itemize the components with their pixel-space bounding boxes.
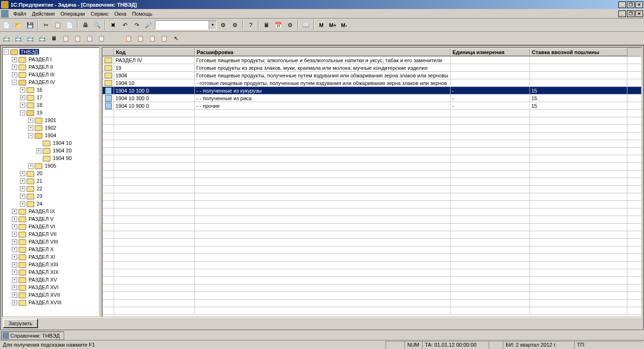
- new-icon[interactable]: 📄: [1, 20, 12, 30]
- preview-icon[interactable]: 🔍: [92, 20, 103, 30]
- menu-operations[interactable]: Операции: [58, 10, 87, 18]
- tree-item-label[interactable]: РАЗДЕЛ X: [28, 246, 55, 252]
- redo-icon[interactable]: ↷: [131, 20, 142, 30]
- pointer-icon[interactable]: ↖: [171, 33, 182, 44]
- tree-item-label[interactable]: РАЗДЕЛ XIX: [28, 269, 59, 275]
- expand-icon[interactable]: +: [12, 270, 17, 275]
- col-desc-header[interactable]: Расшифровка: [195, 48, 451, 56]
- tree-item[interactable]: +РАЗДЕЛ XIII: [3, 261, 99, 268]
- tb2-icon-8[interactable]: 📋: [84, 33, 95, 44]
- expand-icon[interactable]: +: [20, 171, 25, 176]
- table-row[interactable]: [103, 246, 641, 254]
- memory-mplus-button[interactable]: M+: [327, 20, 338, 30]
- table-row[interactable]: 1904 10- готовые пищевые продукты, получ…: [103, 79, 641, 87]
- table-row[interactable]: [103, 163, 641, 170]
- tool-c-icon[interactable]: ⚙: [285, 20, 296, 30]
- table-row[interactable]: [103, 170, 641, 178]
- table-row[interactable]: [103, 125, 641, 132]
- tree-item[interactable]: +20: [3, 170, 99, 177]
- tree-item-label[interactable]: РАЗДЕЛ VIII: [28, 239, 59, 245]
- undo-icon[interactable]: ↶: [119, 20, 130, 30]
- tree-item[interactable]: +РАЗДЕЛ VIII: [3, 238, 99, 245]
- memory-m-button[interactable]: M: [316, 20, 327, 30]
- tree-item[interactable]: +РАЗДЕЛ VI: [3, 223, 99, 230]
- expand-icon[interactable]: +: [12, 300, 17, 305]
- table-row[interactable]: [103, 193, 641, 201]
- tree-item[interactable]: +РАЗДЕЛ VII: [3, 230, 99, 238]
- tree-item-label[interactable]: 18: [36, 102, 43, 108]
- table-row[interactable]: [103, 178, 641, 186]
- expand-icon[interactable]: +: [12, 292, 17, 298]
- tree-item-label[interactable]: РАЗДЕЛ VI: [28, 224, 56, 229]
- open-icon[interactable]: 📂: [13, 20, 24, 30]
- tree-item[interactable]: +РАЗДЕЛ I: [3, 56, 99, 63]
- tb2-icon-11[interactable]: 📋: [135, 33, 146, 44]
- expand-icon[interactable]: +: [12, 239, 17, 245]
- table-row[interactable]: [103, 155, 641, 163]
- expand-icon[interactable]: +: [20, 186, 25, 191]
- expand-icon[interactable]: +: [12, 285, 17, 290]
- cut-icon[interactable]: ✂: [40, 20, 51, 30]
- tb2-icon-1[interactable]: 📇: [1, 33, 12, 44]
- tree-item[interactable]: +17: [3, 94, 99, 101]
- menu-help[interactable]: Помощь: [129, 10, 155, 18]
- minimize-button[interactable]: _: [618, 1, 626, 8]
- tree-item-label[interactable]: РАЗДЕЛ XIII: [28, 262, 59, 267]
- tree-item-label[interactable]: 1902: [44, 125, 57, 131]
- table-row[interactable]: 19Готовые продукты из зерна злаков, муки…: [103, 64, 641, 72]
- table-row[interactable]: [103, 186, 641, 193]
- table-row[interactable]: [103, 269, 641, 277]
- print-icon[interactable]: 🖶: [80, 20, 91, 30]
- mdi-minimize-button[interactable]: _: [618, 10, 626, 17]
- tb2-icon-10[interactable]: 📋: [123, 33, 134, 44]
- expand-icon[interactable]: +: [20, 201, 25, 207]
- find-icon[interactable]: 🔎: [143, 20, 154, 30]
- expand-icon[interactable]: +: [12, 209, 17, 214]
- tree-item-label[interactable]: РАЗДЕЛ VII: [28, 231, 58, 237]
- tree-root[interactable]: − ТНВЭД: [3, 48, 99, 56]
- tree-item[interactable]: +23: [3, 192, 99, 200]
- tree-item-label[interactable]: 1904 20: [52, 148, 73, 153]
- tree-item-label[interactable]: 1904: [44, 132, 57, 138]
- tree-item[interactable]: +21: [3, 177, 99, 185]
- table-row[interactable]: [103, 140, 641, 148]
- tree-item[interactable]: +РАЗДЕЛ XI: [3, 253, 99, 261]
- expand-icon[interactable]: +: [36, 148, 41, 153]
- table-row[interactable]: [103, 300, 641, 307]
- tree-item[interactable]: +1902: [3, 124, 99, 132]
- tree-item[interactable]: +РАЗДЕЛ XVIII: [3, 299, 99, 306]
- tree-item-label[interactable]: РАЗДЕЛ IX: [28, 208, 56, 214]
- col-rate-header[interactable]: Ставка ввозной пошлины: [530, 48, 627, 56]
- memory-mminus-button[interactable]: M-: [339, 20, 349, 30]
- tree-item-label[interactable]: 1904 90: [52, 155, 73, 161]
- tree-item-label[interactable]: 21: [36, 178, 43, 184]
- task-item-directory[interactable]: Справочник: ТНВЭД: [1, 331, 64, 340]
- tree-item-label[interactable]: 19: [36, 110, 43, 115]
- tree-item-label[interactable]: РАЗДЕЛ XI: [28, 254, 56, 260]
- expand-icon[interactable]: +: [12, 247, 17, 252]
- tree-item[interactable]: +24: [3, 200, 99, 208]
- table-row[interactable]: [103, 231, 641, 239]
- tree-item[interactable]: +1905: [3, 162, 99, 170]
- tree-item[interactable]: −19: [3, 109, 99, 116]
- tree-item-label[interactable]: 22: [36, 186, 43, 191]
- tree-item-label[interactable]: 1905: [44, 163, 57, 169]
- tree-item[interactable]: 1904 10: [3, 139, 99, 147]
- calendar-icon[interactable]: 📅: [273, 20, 284, 30]
- expand-icon[interactable]: +: [12, 232, 17, 237]
- col-icon-header[interactable]: [103, 48, 114, 56]
- menu-service[interactable]: Сервис: [88, 10, 112, 18]
- table-row[interactable]: [103, 201, 641, 208]
- tree-item-label[interactable]: РАЗДЕЛ XVII: [28, 292, 61, 298]
- tree-item-label[interactable]: РАЗДЕЛ XVI: [28, 284, 59, 290]
- close-button[interactable]: ✕: [635, 1, 643, 8]
- expand-icon[interactable]: +: [20, 95, 25, 100]
- copy-icon[interactable]: 📋: [52, 20, 63, 30]
- expand-icon[interactable]: +: [20, 87, 25, 93]
- table-row[interactable]: [103, 110, 641, 117]
- table-row[interactable]: [103, 117, 641, 125]
- table-row[interactable]: [103, 208, 641, 216]
- delete-icon[interactable]: ✖: [107, 20, 118, 30]
- table-row[interactable]: [103, 284, 641, 292]
- expand-icon[interactable]: +: [12, 217, 17, 222]
